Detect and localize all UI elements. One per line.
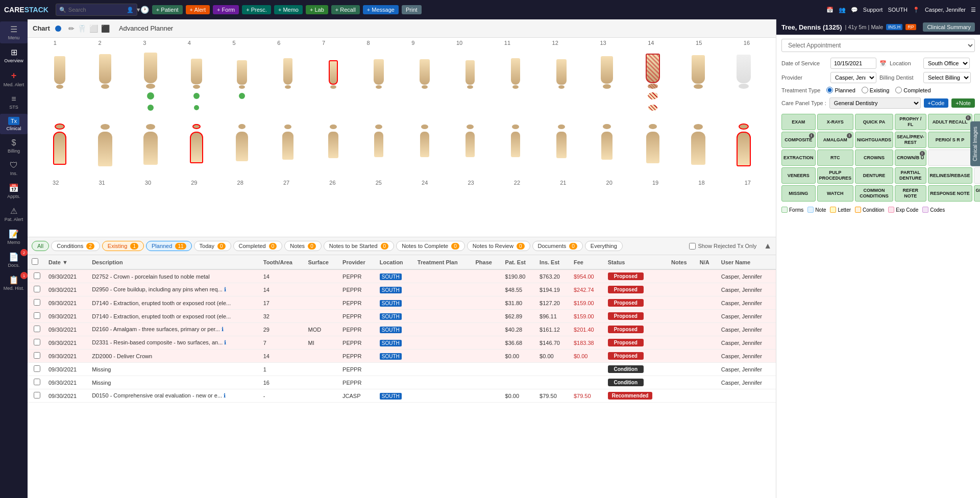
col-provider[interactable]: Provider	[338, 255, 376, 269]
col-surface[interactable]: Surface	[304, 255, 339, 269]
row-checkbox-4[interactable]	[34, 326, 40, 332]
col-tooth[interactable]: Tooth/Area	[259, 255, 304, 269]
sidebar-item-appts[interactable]: 📅 Appts.	[0, 180, 28, 202]
tooth-7[interactable]	[322, 60, 345, 89]
sidebar-item-memo[interactable]: 📝 Memo	[0, 226, 28, 248]
care-btn-refer-note[interactable]: REFER NOTE	[895, 185, 926, 202]
care-btn-veneers[interactable]: VENEERS	[781, 167, 816, 184]
tooth-25[interactable]	[368, 132, 390, 157]
row-checkbox-3[interactable]	[34, 312, 40, 319]
pencil-icon[interactable]: ✏	[68, 24, 75, 33]
tooth-21[interactable]	[550, 132, 573, 158]
existing-radio[interactable]	[862, 87, 868, 93]
completed-radio[interactable]	[895, 87, 902, 93]
filter-everything[interactable]: Everything	[585, 241, 623, 251]
filter-collapse-btn[interactable]: ▲	[764, 241, 772, 251]
note-btn[interactable]: +Note	[951, 98, 975, 108]
care-btn-partial-denture[interactable]: PARTIAL DENTURE	[895, 167, 926, 184]
search-input[interactable]	[68, 7, 125, 13]
care-btn-crowns[interactable]: CROWNS	[855, 150, 893, 166]
col-fee[interactable]: Fee	[570, 255, 604, 269]
billing-dentist-select[interactable]: Select Billing	[923, 72, 971, 83]
calendar-icon[interactable]: 📅	[826, 7, 834, 13]
hamburger-icon[interactable]: ☰	[971, 7, 976, 13]
tooth-19[interactable]	[642, 132, 664, 163]
row-checkbox-2[interactable]	[34, 299, 40, 306]
tooth-31[interactable]	[94, 132, 116, 166]
care-btn-relines/rebase[interactable]: RELINES/REBASE	[928, 167, 972, 184]
care-btn-perio/-s-r-p[interactable]: PERIO/ S R P	[928, 132, 972, 148]
col-ins-est[interactable]: Ins. Est	[535, 255, 570, 269]
care-btn-quick-pa[interactable]: QUICK PA	[855, 114, 893, 130]
tooth-26[interactable]	[322, 132, 345, 158]
tooth-3[interactable]	[139, 53, 162, 89]
sidebar-item-ins[interactable]: 🛡 Ins.	[0, 158, 28, 179]
tooth-23[interactable]	[459, 132, 481, 157]
care-btn-x-rays[interactable]: X-RAYS	[817, 114, 854, 130]
tooth-5[interactable]	[231, 60, 253, 89]
code-btn[interactable]: +Code	[924, 98, 949, 108]
sidebar-item-clinical[interactable]: Tx Clinical	[0, 114, 28, 134]
print-btn[interactable]: Print	[402, 5, 422, 14]
users-icon[interactable]: 👥	[839, 7, 846, 13]
tooth-18[interactable]	[687, 132, 709, 165]
tooth-15[interactable]	[687, 55, 709, 89]
care-btn-crown/b-u[interactable]: CROWN/B Ui	[895, 150, 926, 166]
provider-select[interactable]: Casper, Jenn	[830, 72, 876, 83]
tooth-22[interactable]	[504, 132, 527, 157]
lab-btn[interactable]: + Lab	[306, 5, 328, 14]
tooth-27[interactable]	[277, 132, 299, 160]
care-btn-rtc[interactable]: RTC	[817, 150, 854, 166]
sidebar-item-med-alert[interactable]: + Med. Alert	[0, 67, 28, 90]
care-btn-adult-recall[interactable]: ADULT RECALLi	[928, 114, 972, 130]
col-status[interactable]: Status	[604, 255, 667, 269]
row-checkbox-8[interactable]	[34, 379, 40, 385]
care-btn-general-note[interactable]: GENERAL NOTE	[974, 185, 980, 202]
message-btn[interactable]: + Message	[363, 5, 399, 14]
sidebar-item-sts[interactable]: ≡ STS	[0, 91, 28, 113]
filter-completed[interactable]: Completed 0	[233, 241, 283, 251]
clinical-images-tab[interactable]: Clinical Images	[970, 121, 980, 166]
appointment-select[interactable]: Select Appointment	[781, 39, 975, 52]
care-btn-response-note[interactable]: RESPONSE NOTE	[928, 185, 972, 202]
form-btn[interactable]: + Form	[213, 5, 239, 14]
tooth-14[interactable]	[642, 54, 664, 89]
care-btn-exam[interactable]: EXAM	[781, 114, 816, 130]
col-location[interactable]: Location	[376, 255, 413, 269]
col-user[interactable]: User Name	[717, 255, 776, 269]
sidebar-item-overview[interactable]: ⊞ Overview	[0, 44, 28, 66]
sidebar-item-menu[interactable]: ☰ Menu	[0, 21, 28, 43]
show-rejected-checkbox[interactable]	[689, 243, 696, 250]
care-btn-denture[interactable]: DENTURE	[855, 167, 893, 184]
select-all-checkbox[interactable]	[32, 258, 38, 265]
tooth-11[interactable]	[504, 58, 527, 89]
sidebar-item-billing[interactable]: $ Billing	[0, 135, 28, 157]
memo-btn[interactable]: + Memo	[274, 5, 303, 14]
chart-toggle-dot[interactable]	[55, 26, 61, 32]
filter-all[interactable]: All	[32, 241, 49, 251]
tooth-12[interactable]	[550, 59, 573, 89]
patient-btn[interactable]: + Patient	[152, 5, 183, 14]
sidebar-item-docs[interactable]: 📄 Docs. 2	[0, 249, 28, 271]
filter-notes-complete[interactable]: Notes to Complete 0	[396, 241, 465, 251]
care-btn-watch[interactable]: WATCH	[817, 185, 854, 202]
col-date[interactable]: Date ▼	[44, 255, 88, 269]
filter-notes[interactable]: Notes 0	[284, 241, 321, 251]
col-phase[interactable]: Phase	[472, 255, 501, 269]
filter-documents[interactable]: Documents 0	[532, 241, 583, 251]
tooth-24[interactable]	[413, 132, 436, 157]
care-btn-seal/prev-rest[interactable]: SEAL/PREV-REST	[895, 132, 926, 148]
filter-conditions[interactable]: Conditions 2	[51, 241, 100, 251]
care-btn-common-conditions[interactable]: COMMON CONDITIONS	[855, 185, 893, 202]
tooth-1[interactable]	[48, 56, 71, 89]
tooth-20[interactable]	[596, 132, 618, 160]
recall-btn[interactable]: + Recall	[331, 5, 360, 14]
location-select[interactable]: South Office	[923, 58, 970, 69]
history-icon[interactable]: 🕐	[140, 6, 149, 14]
filter-planned[interactable]: Planned 11	[146, 241, 192, 251]
clinical-summary-btn[interactable]: Clinical Summary	[923, 22, 975, 32]
col-pat-est[interactable]: Pat. Est	[501, 255, 536, 269]
tooth-2[interactable]	[94, 54, 116, 89]
support-link[interactable]: Support	[863, 7, 883, 13]
tooth-30[interactable]	[139, 132, 162, 165]
